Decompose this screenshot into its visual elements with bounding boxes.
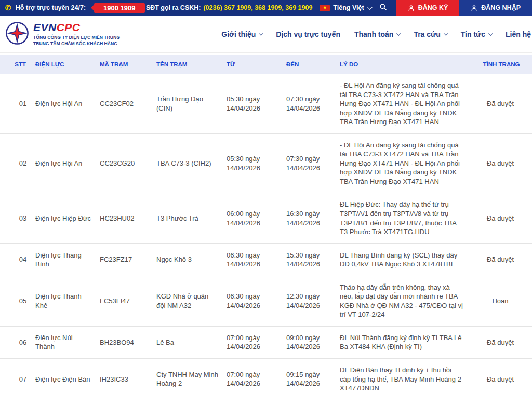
cell-tu: 07:30 ngày 14/04/2026 xyxy=(227,400,286,406)
language-selector[interactable]: ★ Tiếng Việt xyxy=(320,4,370,11)
cell-ma-tram: BH23BO94 xyxy=(100,326,156,358)
cell-ly-do: - ĐL Hội An đăng ký sang tải chống quá t… xyxy=(340,74,471,133)
nav-item[interactable]: Giới thiệu xyxy=(221,30,262,38)
topbar: ✆ Hỗ trợ trực tuyến 24/7: 1900 1909 SĐT … xyxy=(0,0,532,16)
nav-item[interactable]: Thanh toán xyxy=(354,30,400,38)
cell-tu: 06:00 ngày 14/04/2026 xyxy=(227,193,286,243)
chevron-down-icon xyxy=(259,31,263,35)
cell-ly-do: Tháo hạ dây dẫn trên không, thay xà néo,… xyxy=(340,276,471,326)
cell-stt: 02 xyxy=(0,133,35,193)
column-header: STT xyxy=(0,55,35,74)
cell-stt: 01 xyxy=(0,74,35,133)
cell-tu: 06:30 ngày 14/04/2026 xyxy=(227,276,286,326)
chevron-down-icon xyxy=(397,31,401,35)
login-button[interactable]: ĐĂNG NHẬP xyxy=(459,0,532,16)
cell-tinh-trang status-badge: Đã duyệt xyxy=(471,326,532,358)
cell-den: 15:30 ngày 14/04/2026 xyxy=(286,243,340,276)
register-button[interactable]: ĐĂNG KÝ xyxy=(396,0,460,16)
cell-stt: 04 xyxy=(0,243,35,276)
outage-schedule-table-wrap: STTĐIỆN LỰCMÃ TRẠMTÊN TRẠMTỪĐẾNLÝ DOTÌNH… xyxy=(0,53,532,406)
cell-dien-luc: Điện lực Điện Bàn xyxy=(35,359,100,400)
login-label: ĐĂNG NHẬP xyxy=(481,4,521,11)
cell-tu: 07:00 ngày 14/04/2026 xyxy=(227,326,286,358)
column-header: TỪ xyxy=(227,55,286,74)
chevron-down-icon xyxy=(444,31,448,35)
person-icon xyxy=(471,5,477,11)
cell-den: 09:00 ngày 14/04/2026 xyxy=(286,326,340,358)
cell-tinh-trang status-badge: Đã duyệt xyxy=(471,243,532,276)
search-button[interactable] xyxy=(379,3,387,12)
vietnam-flag-icon: ★ xyxy=(320,5,330,11)
cell-ten-tram: TT phân tích phân loại hàng hoá T1 xyxy=(156,400,227,406)
nav-item-label: Giới thiệu xyxy=(221,30,256,38)
nav-item-label: Dịch vụ trực tuyến xyxy=(276,30,340,38)
cell-tinh-trang status-badge: Đã duyệt xyxy=(471,74,532,133)
cell-dien-luc: Điện lực Hội An xyxy=(35,74,100,133)
cell-tinh-trang status-badge: Hoãn xyxy=(471,276,532,326)
nav-item-label: Thanh toán xyxy=(354,30,393,38)
cell-tu: 07:00 ngày 14/04/2026 xyxy=(227,359,286,400)
nav-item-label: Tin tức xyxy=(461,30,485,38)
cell-ma-tram: CC23CF02 xyxy=(100,74,156,133)
cell-ten-tram: KGĐ Nhà ở quân đội NM A32 xyxy=(156,276,227,326)
cell-tinh-trang status-badge: Đã duyệt xyxy=(471,400,532,406)
cell-den: 07:30 ngày 14/04/2026 xyxy=(286,74,340,133)
cell-ma-tram: IH23IC33 xyxy=(100,359,156,400)
cell-ten-tram: Ngọc Khô 3 xyxy=(156,243,227,276)
company-name: TỔNG CÔNG TY ĐIỆN LỰC MIỀN TRUNG TRUNG T… xyxy=(33,34,120,47)
cell-dien-luc: Điện lực Sơn Trà xyxy=(35,400,100,406)
table-row: 03 Điện lực Hiệp Đức HC23HU02 T3 Phước T… xyxy=(0,193,532,243)
cell-ten-tram: Lê Ba xyxy=(156,326,227,358)
hotline-badge[interactable]: 1900 1909 xyxy=(94,3,144,13)
evn-star-logo-icon xyxy=(5,21,29,47)
table-row: 06 Điện lực Núi Thành BH23BO94 Lê Ba 07:… xyxy=(0,326,532,358)
cell-ly-do: Thay thế TI đo đếm khách hàng TBA Phân t… xyxy=(340,400,471,406)
cell-dien-luc: Điện lực Thăng Bình xyxy=(35,243,100,276)
cell-dien-luc: Điện lực Hội An xyxy=(35,133,100,193)
cell-dien-luc: Điện lực Núi Thành xyxy=(35,326,100,358)
person-icon xyxy=(408,5,415,11)
cell-ma-tram: CC23CG20 xyxy=(100,133,156,193)
table-row: 05 Điện lực Thanh Khê FC53FI47 KGĐ Nhà ở… xyxy=(0,276,532,326)
cell-tu: 06:30 ngày 14/04/2026 xyxy=(227,243,286,276)
cell-stt: 06 xyxy=(0,326,35,358)
nav-item[interactable]: Dịch vụ trực tuyến xyxy=(276,30,340,38)
phone-icon: ✆ xyxy=(5,4,11,11)
table-row: 04 Điện lực Thăng Bình FC23FZ17 Ngọc Khô… xyxy=(0,243,532,276)
cell-ly-do: - ĐL Hội An đăng ký sang tải chống quá t… xyxy=(340,133,471,193)
table-row: 07 Điện lực Điện Bàn IH23IC33 Cty TNHH M… xyxy=(0,359,532,400)
cell-den: 16:30 ngày 14/04/2026 xyxy=(286,193,340,243)
cell-stt: 07 xyxy=(0,359,35,400)
column-header: TÊN TRẠM xyxy=(156,55,227,74)
cell-tu: 05:30 ngày 14/04/2026 xyxy=(227,74,286,133)
cell-dien-luc: Điện lực Hiệp Đức xyxy=(35,193,100,243)
column-header: ĐẾN xyxy=(286,55,340,74)
cell-ma-tram: FC23FZ17 xyxy=(100,243,156,276)
table-header-row: STTĐIỆN LỰCMÃ TRẠMTÊN TRẠMTỪĐẾNLÝ DOTÌNH… xyxy=(0,55,532,74)
cell-den: 07:30 ngày 14/04/2026 xyxy=(286,133,340,193)
cell-dien-luc: Điện lực Thanh Khê xyxy=(35,276,100,326)
column-header: MÃ TRẠM xyxy=(100,55,156,74)
cell-ly-do: ĐL Thăng Bình đăng ký (SCL) thay dây ĐD … xyxy=(340,243,471,276)
cskh-numbers: (0236) 367 1909, 368 1909, 369 1909 xyxy=(203,4,312,11)
cskh-label: SĐT gọi ra CSKH: xyxy=(146,4,201,11)
brand-name: EVNCPC xyxy=(33,21,120,33)
site-header: EVNCPC TỔNG CÔNG TY ĐIỆN LỰC MIỀN TRUNG … xyxy=(0,16,532,53)
main-nav: Giới thiệu Dịch vụ trực tuyến Thanh toán… xyxy=(221,30,532,38)
column-header: LÝ DO xyxy=(340,55,471,74)
outage-schedule-table: STTĐIỆN LỰCMÃ TRẠMTÊN TRẠMTỪĐẾNLÝ DOTÌNH… xyxy=(0,55,532,406)
nav-item[interactable]: Tra cứu xyxy=(414,30,446,38)
column-header: TÌNH TRẠNG xyxy=(471,55,532,74)
support-label: Hỗ trợ trực tuyến 24/7: xyxy=(16,4,86,11)
nav-item[interactable]: Tin tức xyxy=(461,30,491,38)
nav-item[interactable]: Liên hệ xyxy=(506,30,531,38)
cell-tinh-trang status-badge: Đã duyệt xyxy=(471,133,532,193)
table-row: 01 Điện lực Hội An CC23CF02 Trần Hưng Đạ… xyxy=(0,74,532,133)
cell-tinh-trang status-badge: Đã duyệt xyxy=(471,193,532,243)
cell-ly-do: ĐL Điện Bàn thay TI định kỳ + thu hồi cá… xyxy=(340,359,471,400)
register-label: ĐĂNG KÝ xyxy=(418,4,448,11)
brand-logo[interactable]: EVNCPC TỔNG CÔNG TY ĐIỆN LỰC MIỀN TRUNG … xyxy=(5,21,120,47)
cell-ten-tram: TBA C73-3 (CIH2) xyxy=(156,133,227,193)
cell-ten-tram: T3 Phước Trà xyxy=(156,193,227,243)
chevron-down-icon xyxy=(367,5,373,10)
